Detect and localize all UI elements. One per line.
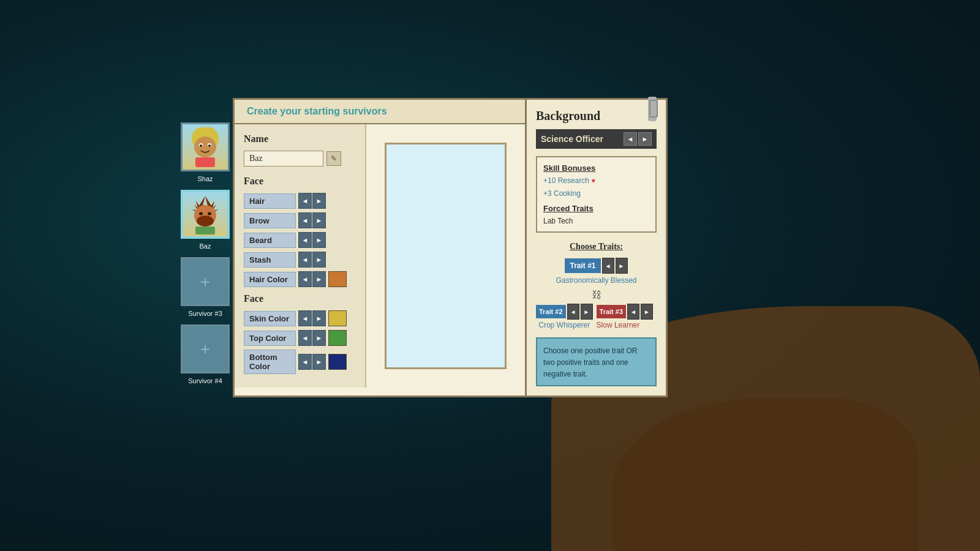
bottom-color-control-row: Bottom Color ◄ ► [244,350,356,374]
top-color-prev-button[interactable]: ◄ [298,330,312,346]
add-icon-3: + [200,271,211,292]
background-title: Background [536,109,657,123]
main-dialog: Create your starting survivors Name ✎ Fa… [233,98,668,397]
svg-point-13 [197,216,214,227]
panel-body: Name ✎ Face Hair ◄ ► [235,124,525,388]
bottom-color-next-button[interactable]: ► [312,354,326,370]
background-selector: Science Officer ◄ ► [536,129,657,149]
hint-text: Choose one positive trait OR two positiv… [543,347,637,378]
brow-label: Brow [244,213,296,228]
trait3-button[interactable]: Trait #3 [597,305,627,318]
svg-rect-14 [195,227,215,234]
brow-control-row: Brow ◄ ► [244,212,356,228]
hair-arrows: ◄ ► [298,193,326,209]
trait3-next-button[interactable]: ► [641,304,653,320]
background-next-button[interactable]: ► [638,132,652,146]
svg-point-11 [199,212,203,215]
top-color-swatch [328,330,347,346]
hair-color-prev-button[interactable]: ◄ [298,271,312,287]
stash-control-row: Stash ◄ ► [244,252,356,268]
trait2-next-button[interactable]: ► [581,304,593,320]
survivor-add-3[interactable]: + [181,257,230,306]
hair-color-next-button[interactable]: ► [312,271,326,287]
skin-color-next-button[interactable]: ► [312,310,326,326]
top-color-label: Top Color [244,331,296,346]
trait3-block: Trait #3 ◄ ► Slow Learner [597,304,654,334]
skin-color-control-row: Skin Color ◄ ► [244,310,356,326]
shaz-avatar-svg [187,127,224,167]
edit-icon: ✎ [331,154,337,163]
baz-avatar-svg [187,195,224,234]
trait1-controls: Trait #1 ◄ ► [536,258,657,274]
hair-color-swatch [328,271,347,287]
background-arrows: ◄ ► [624,132,652,146]
bottom-color-swatch [328,354,347,370]
trait2-prev-button[interactable]: ◄ [567,304,579,320]
brow-next-button[interactable]: ► [312,212,326,228]
hair-label: Hair [244,193,296,209]
bonus-row-1: +10 Research ♥ [543,176,649,187]
survivor3-label: Survivor #3 [181,310,230,317]
trait1-next-button[interactable]: ► [616,258,628,274]
character-preview [385,143,507,369]
add-icon-4: + [200,339,211,359]
skill-bonuses-title: Skill Bonuses [543,163,649,173]
brow-prev-button[interactable]: ◄ [298,212,312,228]
survivor-add-4[interactable]: + [181,324,230,373]
skin-color-swatch [328,310,347,326]
forced-traits-title: Forced Traits [543,204,649,213]
survivor4-label: Survivor #4 [181,377,230,384]
svg-point-12 [208,212,211,215]
bottom-color-label: Bottom Color [244,350,296,374]
clip-decoration [648,97,657,121]
svg-rect-7 [195,157,215,167]
trait3-name: Slow Learner [597,321,654,329]
shaz-label: Shaz [181,175,230,182]
hint-box: Choose one positive trait OR two positiv… [536,337,657,386]
hair-color-control-row: Hair Color ◄ ► [244,271,356,287]
heart-icon: ♥ [591,177,595,184]
survivor-portrait-shaz[interactable] [181,122,230,171]
beard-control-row: Beard ◄ ► [244,232,356,248]
skin-color-prev-button[interactable]: ◄ [298,310,312,326]
trait1-button[interactable]: Trait #1 [565,258,600,273]
name-section-title: Name [244,133,356,144]
top-color-arrows: ◄ ► [298,330,326,346]
edit-name-button[interactable]: ✎ [326,151,341,166]
panel-title: Create your starting survivors [247,106,387,116]
preview-container [366,124,525,388]
panel-header: Create your starting survivors [235,100,525,124]
background-selected: Science Officer [541,134,603,144]
skin-color-arrows: ◄ ► [298,310,326,326]
form-area: Name ✎ Face Hair ◄ ► [235,124,366,388]
forced-trait-value: Lab Tech [543,217,649,225]
bottom-color-prev-button[interactable]: ◄ [298,354,312,370]
trait1-row: Trait #1 ◄ ► [536,258,657,274]
beard-arrows: ◄ ► [298,232,326,248]
face-section-title: Face [244,176,356,187]
trait2-button[interactable]: Trait #2 [536,305,566,318]
top-color-control-row: Top Color ◄ ► [244,330,356,346]
beard-next-button[interactable]: ► [312,232,326,248]
skill-bonus-1: +10 Research ♥ [543,176,595,185]
trait1-prev-button[interactable]: ◄ [602,258,614,274]
trait-link-icon: ⛓ [536,290,657,301]
name-input[interactable] [244,151,323,167]
trait2-controls: Trait #2 ◄ ► [536,304,593,320]
choose-traits-title: Choose Traits: [536,242,657,252]
face-section2-title: Face [244,293,356,304]
hair-prev-button[interactable]: ◄ [298,193,312,209]
hair-next-button[interactable]: ► [312,193,326,209]
stash-prev-button[interactable]: ◄ [298,252,312,268]
survivor-portrait-baz[interactable] [181,190,230,239]
trait3-prev-button[interactable]: ◄ [627,304,639,320]
beard-prev-button[interactable]: ◄ [298,232,312,248]
stash-next-button[interactable]: ► [312,252,326,268]
top-color-next-button[interactable]: ► [312,330,326,346]
background-panel: Background Science Officer ◄ ► Skill Bon… [527,98,668,397]
background-prev-button[interactable]: ◄ [624,132,637,146]
shaz-face [183,124,228,170]
trait3-controls: Trait #3 ◄ ► [597,304,654,320]
hair-color-arrows: ◄ ► [298,271,326,287]
stash-arrows: ◄ ► [298,252,326,268]
